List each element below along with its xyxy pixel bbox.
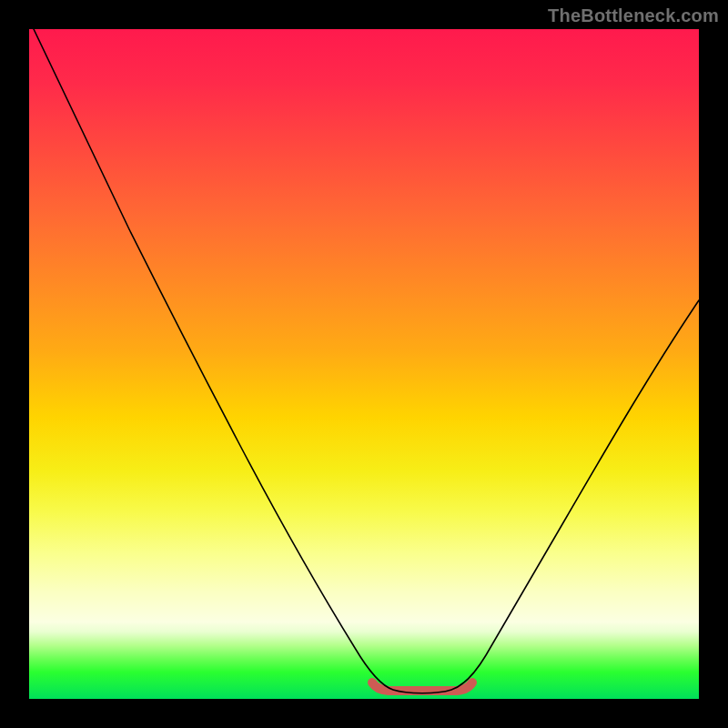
chart-frame: TheBottleneck.com: [0, 0, 728, 728]
curve-svg: [29, 29, 699, 699]
bottleneck-curve: [34, 29, 699, 693]
watermark-text: TheBottleneck.com: [548, 5, 719, 26]
plot-area: [29, 29, 699, 699]
